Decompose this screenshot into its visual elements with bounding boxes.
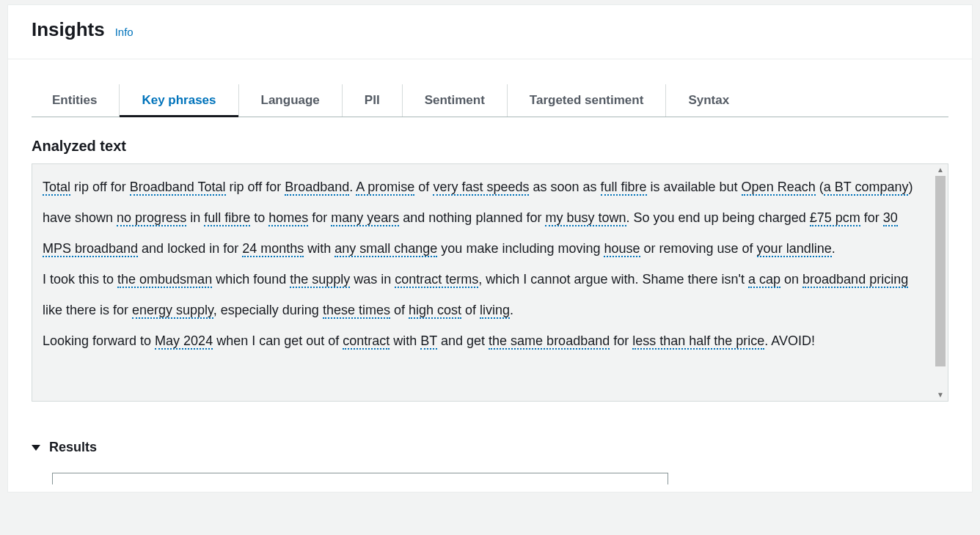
text-run: of [390, 303, 409, 317]
tabs-container: EntitiesKey phrasesLanguagePIISentimentT… [8, 84, 972, 117]
text-run: and get [437, 333, 489, 348]
text-run: and nothing planned for [399, 210, 545, 225]
analyzed-text-content: Total rip off for Broadband Total rip of… [32, 164, 933, 401]
text-run: , especially during [213, 303, 323, 317]
tabs: EntitiesKey phrasesLanguagePIISentimentT… [32, 84, 948, 117]
text-run: on [780, 272, 802, 287]
text-run: for [860, 210, 883, 225]
key-phrase[interactable]: a BT company [824, 180, 909, 196]
key-phrase[interactable]: living [480, 303, 510, 319]
text-run: with [390, 333, 420, 348]
results-section: Results [8, 410, 972, 492]
tab-entities[interactable]: Entities [32, 84, 120, 117]
text-run: . [349, 180, 356, 194]
results-toggle[interactable]: Results [32, 440, 948, 455]
text-run: . AVOID! [764, 333, 815, 348]
text-run: or removing use of [640, 241, 757, 256]
tab-sentiment[interactable]: Sentiment [403, 84, 508, 117]
scroll-up-icon[interactable]: ▲ [937, 164, 944, 176]
caret-down-icon [32, 445, 40, 451]
text-run: I took this to [43, 272, 117, 287]
results-heading: Results [49, 440, 97, 455]
key-phrase[interactable]: contract [343, 333, 390, 350]
tab-key-phrases[interactable]: Key phrases [120, 84, 238, 117]
text-run: to [250, 210, 268, 225]
insights-panel: Insights Info EntitiesKey phrasesLanguag… [7, 4, 973, 492]
key-phrase[interactable]: my busy town [545, 210, 626, 226]
text-run: ( [816, 180, 824, 194]
text-run: rip off for [70, 180, 130, 194]
text-run: in [186, 210, 204, 225]
text-run: Looking forward to [43, 333, 155, 348]
key-phrase[interactable]: a cap [748, 272, 780, 288]
key-phrase[interactable]: full fibre [204, 210, 250, 226]
text-run: . [832, 241, 835, 256]
page-title: Insights [32, 18, 105, 41]
text-run: as soon as [529, 180, 600, 194]
key-phrase[interactable]: energy supply [132, 303, 213, 319]
scroll-down-icon[interactable]: ▼ [937, 389, 944, 401]
tab-pii[interactable]: PII [343, 84, 403, 117]
key-phrase[interactable]: Open Reach [742, 180, 816, 196]
text-run: . [510, 303, 513, 317]
key-phrase[interactable]: very fast speeds [433, 180, 529, 196]
key-phrase[interactable]: BT [420, 333, 437, 350]
key-phrase[interactable]: high cost [409, 303, 461, 319]
text-run: of [414, 180, 433, 194]
key-phrase[interactable]: 24 months [242, 241, 304, 257]
text-run: . So you end up being charged [626, 210, 810, 225]
analyzed-section: Analyzed text Total rip off for Broadban… [8, 117, 972, 410]
key-phrase[interactable]: the ombudsman [117, 272, 212, 288]
text-run: was in [350, 272, 395, 287]
tab-language[interactable]: Language [239, 84, 343, 117]
key-phrase[interactable]: these times [323, 303, 390, 319]
text-run: for [610, 333, 632, 348]
key-phrase[interactable]: your landline [757, 241, 832, 257]
key-phrase[interactable]: the same broadband [489, 333, 610, 350]
key-phrase[interactable]: broadband pricing [802, 272, 908, 288]
key-phrase[interactable]: no progress [117, 210, 186, 226]
text-run: with [304, 241, 334, 256]
analyzed-text-box: Total rip off for Broadband Total rip of… [32, 163, 948, 402]
text-run: , which I cannot argue with. Shame there… [478, 272, 748, 287]
text-run: when I can get out of [213, 333, 343, 348]
text-run: rip off for [226, 180, 285, 194]
results-table [52, 473, 668, 484]
key-phrase[interactable]: the supply [290, 272, 350, 288]
key-phrase[interactable]: less than half the price [632, 333, 764, 350]
key-phrase[interactable]: many years [331, 210, 399, 226]
key-phrase[interactable]: Broadband Total [130, 180, 226, 196]
tab-targeted-sentiment[interactable]: Targeted sentiment [508, 84, 667, 117]
key-phrase[interactable]: May 2024 [155, 333, 213, 350]
text-run: and locked in for [138, 241, 242, 256]
text-run: like there is for [43, 303, 132, 317]
key-phrase[interactable]: homes [268, 210, 308, 226]
key-phrase[interactable]: A promise [356, 180, 414, 196]
text-run: is available but [647, 180, 742, 194]
tab-syntax[interactable]: Syntax [666, 84, 751, 117]
text-run: for [308, 210, 331, 225]
scrollbar[interactable]: ▲ ▼ [933, 164, 948, 401]
analyzed-text-heading: Analyzed text [32, 138, 948, 155]
key-phrase[interactable]: any small change [334, 241, 437, 257]
key-phrase[interactable]: Total [43, 180, 70, 196]
key-phrase[interactable]: £75 pcm [810, 210, 860, 226]
key-phrase[interactable]: Broadband [285, 180, 349, 196]
scroll-thumb[interactable] [935, 176, 946, 366]
text-run: you make including moving [437, 241, 604, 256]
key-phrase[interactable]: contract terms [395, 272, 478, 288]
info-link[interactable]: Info [115, 26, 134, 38]
panel-header: Insights Info [8, 5, 972, 59]
text-run: which found [212, 272, 290, 287]
key-phrase[interactable]: full fibre [601, 180, 647, 196]
text-run: of [461, 303, 480, 317]
key-phrase[interactable]: house [604, 241, 640, 257]
